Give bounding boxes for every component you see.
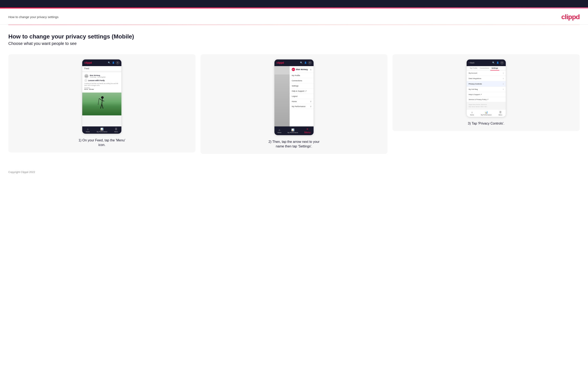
privacy-chevron-icon: › xyxy=(503,83,503,85)
menu-avatar: BM xyxy=(292,68,295,71)
footer: Copyright Clippd 2022 xyxy=(0,166,588,178)
avatar: BM xyxy=(84,74,88,78)
feed-user-info: Blair McHarg Yesterday · Sunningdale xyxy=(90,75,105,78)
menu-icon: ☰ xyxy=(115,128,117,131)
performance-nav-item-3: 📊 My Performance xyxy=(481,111,492,116)
menu-nav-item: ☰ Menu xyxy=(114,128,118,133)
home-icon-3: ⌂ xyxy=(471,111,473,114)
steps-container: clippd 🔍 👤 ⚙ Feed BM Blair McHarg xyxy=(8,54,580,154)
settings-item-privacy[interactable]: Privacy Controls › xyxy=(467,81,506,87)
phone-1-content: Feed BM Blair McHarg Yesterday · Sunning… xyxy=(82,66,121,126)
step-3-caption: 3) Tap 'Privacy Controls'. xyxy=(468,121,504,126)
settings-data-label: Data Integrations xyxy=(469,78,481,79)
settings-tabs: My Profile Connections Settings xyxy=(467,66,506,70)
settings-item-privacy-policy[interactable]: Service & Privacy Policy ↗ xyxy=(467,97,506,102)
home-label-2: Home xyxy=(277,132,282,133)
svg-point-0 xyxy=(101,96,104,99)
step-1-card: clippd 🔍 👤 ⚙ Feed BM Blair McHarg xyxy=(8,54,196,152)
home-chevron-icon: ∨ xyxy=(310,100,311,102)
phone-1-logo: clippd xyxy=(84,61,92,64)
step-1-caption: 1) On your Feed, tap the 'Menu' icon. xyxy=(75,138,129,147)
feed-username: Blair McHarg xyxy=(90,75,105,76)
step-3-phone: < Back 🔍 👤 ⚙ My Profile Connections Sett… xyxy=(467,59,506,117)
golf-image xyxy=(82,92,121,115)
step-2-caption: 2) Then, tap the arrow next to your name… xyxy=(267,140,321,149)
home-icon: ⌂ xyxy=(87,128,88,131)
header: How to change your privacy settings clip… xyxy=(0,8,588,25)
copyright-text: Copyright Clippd 2022 xyxy=(8,170,35,174)
svg-line-5 xyxy=(102,104,103,108)
user-icon-2: 👤 xyxy=(304,61,307,64)
svg-line-4 xyxy=(101,104,102,108)
settings-icon-2: ⚙ xyxy=(308,61,311,65)
settings-icon-3: ⚙ xyxy=(500,61,504,65)
menu-overlay: BM Blair McHarg ∧ My Profile Connections… xyxy=(290,66,314,126)
performance-icon-3: 📊 xyxy=(485,111,488,114)
menu-section-performance: My Performance ∨ xyxy=(290,104,314,109)
breadcrumb: How to change your privacy settings xyxy=(8,15,59,19)
menu-user-row: BM Blair McHarg ∧ xyxy=(290,66,314,73)
logo: clippd xyxy=(561,13,580,21)
menu-user-chevron: ∧ xyxy=(310,68,311,71)
phone-3-icons: 🔍 👤 ⚙ xyxy=(492,61,504,65)
menu-label-3: Menu xyxy=(499,114,502,116)
version-line-2: GQL Server Version: 2022.7.30-1 xyxy=(469,106,504,108)
feed-lesson-title: Lesson with Fordy xyxy=(88,79,105,82)
settings-item-golf-bag[interactable]: My Golf Bag › xyxy=(467,87,506,92)
home-icon-2: ⌂ xyxy=(279,128,280,131)
home-nav-item-2: ⌂ Home xyxy=(277,128,282,133)
menu-username: Blair McHarg xyxy=(296,68,308,70)
performance-icon-2: 📊 xyxy=(291,128,294,131)
search-icon-3: 🔍 xyxy=(492,61,495,64)
phone-3-bottom-nav: ⌂ Home 📊 My Performance ☰ Menu xyxy=(467,109,506,117)
settings-item-data[interactable]: Data Integrations › xyxy=(467,76,506,81)
settings-item-account[interactable]: My Account › xyxy=(467,70,506,76)
settings-version: Clippd Client Version: 2022.8.3-3 GQL Se… xyxy=(467,102,506,109)
performance-label: My Performance xyxy=(97,131,107,133)
feed-description: Looking to feel like my hands are exitin… xyxy=(84,83,119,86)
user-icon-3: 👤 xyxy=(496,61,499,64)
performance-icon: 📊 xyxy=(100,128,104,131)
performance-nav-item: 📊 My Performance xyxy=(97,128,107,133)
settings-icon: ⚙ xyxy=(116,61,119,65)
menu-nav-item-3: ☰ Menu xyxy=(499,111,502,116)
home-nav-item: ⌂ Home xyxy=(86,128,90,133)
phone-1-bottom-nav: ⌂ Home 📊 My Performance ☰ Menu xyxy=(82,126,121,134)
feed-post-icon xyxy=(84,79,87,82)
phone-2-bottom-nav: ⌂ Home 📊 My Performance ✕ Menu xyxy=(274,126,314,135)
page-subheading: Choose what you want people to see xyxy=(8,41,580,46)
home-label-3: Home xyxy=(470,114,474,116)
menu-performance-label: My Performance xyxy=(292,105,305,108)
phone-3-header: < Back 🔍 👤 ⚙ xyxy=(467,59,506,66)
step-1-phone: clippd 🔍 👤 ⚙ Feed BM Blair McHarg xyxy=(82,59,121,134)
performance-nav-item-2: 📊 My Performance xyxy=(287,128,298,133)
tab-connections[interactable]: Connections xyxy=(478,66,490,70)
tab-my-profile[interactable]: My Profile xyxy=(469,66,479,70)
settings-privacy-policy-label: Service & Privacy Policy ↗ xyxy=(469,99,488,100)
feed-user-row: BM Blair McHarg Yesterday · Sunningdale xyxy=(84,74,119,78)
back-button: < Back xyxy=(469,62,475,64)
phone-1-icons: 🔍 👤 ⚙ xyxy=(108,61,119,65)
close-label: Menu xyxy=(304,131,311,134)
home-nav-item-3: ⌂ Home xyxy=(470,111,474,116)
user-icon: 👤 xyxy=(112,61,115,64)
menu-item-settings: Settings xyxy=(290,83,314,89)
settings-item-help[interactable]: Help & Support ↗ xyxy=(467,92,506,97)
menu-item-profile: My Profile xyxy=(290,73,314,78)
phone-2-header: clippd 🔍 👤 ⚙ xyxy=(274,59,314,66)
step-2-phone: clippd 🔍 👤 ⚙ xyxy=(274,59,314,135)
menu-label: Menu xyxy=(114,131,118,133)
menu-item-help: Help & Support ↗ xyxy=(290,89,314,94)
feed-post: BM Blair McHarg Yesterday · Sunningdale … xyxy=(82,72,121,92)
settings-list: My Account › Data Integrations › Privacy… xyxy=(467,70,506,109)
svg-line-6 xyxy=(98,99,99,105)
menu-section-home: Home ∨ xyxy=(290,99,314,104)
settings-golf-bag-label: My Golf Bag xyxy=(469,88,478,90)
tab-settings[interactable]: Settings xyxy=(490,66,500,70)
golf-bag-chevron-icon: › xyxy=(503,88,503,91)
performance-label-2: My Performance xyxy=(287,132,298,133)
settings-privacy-label: Privacy Controls xyxy=(469,83,482,85)
phone-1-header: clippd 🔍 👤 ⚙ xyxy=(82,59,121,66)
phone-2-content: BM Blair McHarg ∧ My Profile Connections… xyxy=(274,66,314,126)
step-3-card: < Back 🔍 👤 ⚙ My Profile Connections Sett… xyxy=(392,54,580,131)
